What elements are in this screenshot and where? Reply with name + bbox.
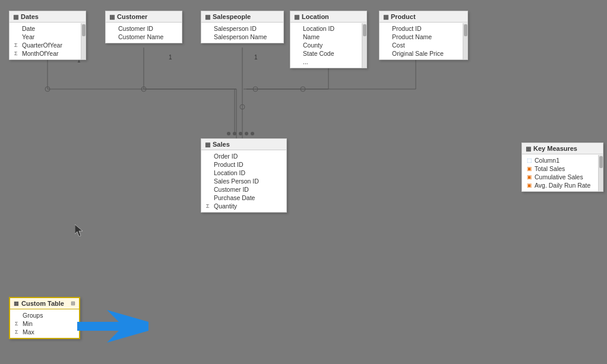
key-measures-table-body: ⬚ Column1 ▣ Total Sales ▣ Cumulative Sal… (522, 154, 603, 191)
svg-marker-28 (77, 310, 148, 343)
sigma-icon: Σ (206, 203, 212, 209)
column-icon: ⬚ (527, 157, 533, 163)
table-row: County (290, 41, 366, 49)
table-row: Salesperson Name (201, 33, 283, 41)
dates-title: Dates (21, 13, 39, 20)
blue-arrow (77, 310, 154, 343)
table-icon: ▦ (294, 14, 299, 20)
dates-scroll (81, 23, 86, 59)
table-row: ▣ Avg. Daily Run Rate (522, 181, 603, 189)
table-row: Customer ID (201, 185, 286, 194)
location-table-body: Location ID Name County State Code ... (290, 23, 366, 68)
table-icon: ▦ (13, 14, 18, 20)
table-row: Purchase Date (201, 194, 286, 202)
salespeople-title: Salespeople (213, 13, 251, 20)
table-icon: ▦ (109, 14, 115, 20)
svg-point-25 (239, 132, 242, 135)
table-row: Customer ID (106, 24, 182, 33)
sales-table[interactable]: ▦ Sales Order ID Product ID Location ID … (201, 138, 287, 213)
table-row: Product Name (380, 33, 467, 41)
table-row: ΣMin (10, 319, 79, 328)
scroll-thumb (464, 24, 467, 36)
table-row: Original Sale Price (380, 49, 467, 58)
measure-icon: ▣ (527, 174, 533, 180)
table-icon: ▦ (205, 14, 210, 20)
customer-table-body: Customer ID Customer Name (106, 23, 182, 43)
svg-text:1: 1 (254, 54, 258, 61)
table-row: Cost (380, 41, 467, 49)
location-scroll (362, 23, 366, 68)
product-table[interactable]: ▦ Product Product ID Product Name Cost O… (379, 11, 468, 60)
key-measures-table[interactable]: ▦ Key Measures ⬚ Column1 ▣ Total Sales ▣… (521, 143, 603, 192)
custom-table[interactable]: ▦ Custom Table ⊞ Groups ΣMin ΣMax (9, 297, 80, 339)
sigma-icon: Σ (15, 321, 21, 327)
sales-table-header: ▦ Sales (201, 139, 286, 150)
table-row: Product ID (380, 24, 467, 33)
svg-point-7 (141, 87, 146, 91)
svg-point-20 (301, 87, 305, 91)
dates-table-header: ▦ Dates (10, 11, 86, 23)
location-table-header: ▦ Location (290, 11, 366, 23)
product-title: Product (391, 13, 416, 20)
product-table-body: Product ID Product Name Cost Original Sa… (380, 23, 467, 59)
table-row: Order ID (201, 152, 286, 160)
svg-marker-29 (75, 224, 83, 236)
sigma-icon: Σ (14, 42, 20, 48)
scroll-thumb (363, 24, 366, 36)
table-row: State Code (290, 49, 366, 58)
cursor (75, 224, 83, 236)
product-table-header: ▦ Product (380, 11, 467, 23)
svg-point-23 (227, 132, 230, 135)
svg-point-3 (45, 87, 50, 91)
scroll-thumb (82, 24, 86, 36)
sales-title: Sales (213, 141, 230, 148)
custom-table-icon2: ⊞ (71, 300, 75, 306)
table-row: ΣQuarterOfYear (10, 41, 86, 49)
db-canvas: 1 1 1 1 1 ▦ Dates (0, 0, 607, 364)
table-row: ▣ Total Sales (522, 164, 603, 173)
table-row: ΣMax (10, 328, 79, 336)
table-row: Location ID (201, 169, 286, 177)
table-row: ▣ Cumulative Sales (522, 173, 603, 181)
table-icon: ▦ (383, 14, 388, 20)
custom-table-title: Custom Table (21, 300, 64, 307)
customer-title: Customer (117, 13, 147, 20)
table-row: ... (290, 58, 366, 66)
measure-icon: ▣ (527, 166, 533, 172)
location-table[interactable]: ▦ Location Location ID Name County State… (290, 11, 367, 68)
sigma-icon: Σ (14, 50, 20, 56)
salespeople-table[interactable]: ▦ Salespeople Salesperson ID Salesperson… (201, 11, 284, 43)
measure-icon: ▣ (527, 182, 533, 188)
table-row: Location ID (290, 24, 366, 33)
svg-point-27 (251, 132, 254, 135)
table-row: Product ID (201, 160, 286, 169)
sigma-icon: Σ (15, 329, 21, 335)
svg-point-24 (233, 132, 236, 135)
table-row: Groups (10, 311, 79, 319)
product-scroll (463, 23, 467, 59)
svg-text:1: 1 (169, 54, 172, 61)
customer-table-header: ▦ Customer (106, 11, 182, 23)
svg-point-26 (245, 132, 248, 135)
table-row: ΣQuantity (201, 202, 286, 210)
table-icon: ▦ (14, 300, 19, 306)
table-row: ΣMonthOfYear (10, 49, 86, 58)
key-measures-scroll (598, 155, 603, 191)
table-row: Sales Person ID (201, 177, 286, 185)
custom-table-header: ▦ Custom Table ⊞ (10, 298, 79, 309)
table-row: Salesperson ID (201, 24, 283, 33)
table-row: Year (10, 33, 86, 41)
svg-point-16 (253, 87, 258, 91)
key-measures-title: Key Measures (533, 145, 577, 152)
table-row: Customer Name (106, 33, 182, 41)
table-row: Name (290, 33, 366, 41)
table-icon: ▦ (526, 145, 531, 152)
salespeople-table-header: ▦ Salespeople (201, 11, 283, 23)
location-title: Location (302, 13, 329, 20)
customer-table[interactable]: ▦ Customer Customer ID Customer Name (105, 11, 182, 43)
dates-table-body: Date Year ΣQuarterOfYear ΣMonthOfYear (10, 23, 86, 59)
dates-table[interactable]: ▦ Dates Date Year ΣQuarterOfYear ΣMonthO… (9, 11, 86, 60)
custom-table-body: Groups ΣMin ΣMax (10, 309, 79, 338)
table-icon: ▦ (205, 141, 210, 148)
salespeople-table-body: Salesperson ID Salesperson Name (201, 23, 283, 43)
